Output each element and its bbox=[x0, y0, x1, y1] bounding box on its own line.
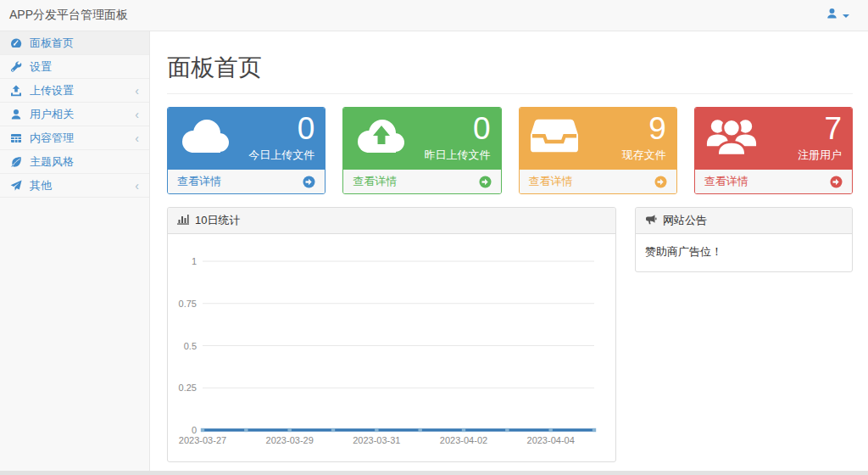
arrow-circle-right-icon bbox=[654, 176, 667, 188]
sidebar-item-content[interactable]: 内容管理 ‹ bbox=[0, 126, 149, 150]
stat-card-body: 9 现存文件 bbox=[520, 108, 676, 169]
app-window: APP分发平台管理面板 面板首页 设置 bbox=[0, 0, 868, 471]
stat-card-registered-users: 7 注册用户 查看详情 bbox=[694, 107, 853, 194]
user-icon bbox=[826, 8, 838, 23]
view-details-link[interactable]: 查看详情 bbox=[520, 169, 676, 193]
cloud-upload-icon bbox=[353, 116, 406, 159]
stat-cards-row: 0 今日上传文件 查看详情 bbox=[167, 107, 853, 194]
sidebar-item-settings[interactable]: 设置 bbox=[0, 55, 149, 79]
stat-value: 0 bbox=[425, 112, 491, 146]
top-navbar: APP分发平台管理面板 bbox=[0, 0, 868, 31]
svg-text:2023-04-02: 2023-04-02 bbox=[440, 435, 487, 445]
stat-label: 注册用户 bbox=[798, 148, 842, 163]
svg-text:2023-03-29: 2023-03-29 bbox=[266, 435, 314, 445]
bar-chart-icon bbox=[177, 214, 189, 227]
users-icon bbox=[705, 115, 758, 160]
view-details-label: 查看详情 bbox=[353, 174, 397, 189]
stat-value: 9 bbox=[622, 112, 666, 146]
chevron-left-icon: ‹ bbox=[135, 134, 139, 142]
chevron-left-icon: ‹ bbox=[135, 182, 139, 190]
paper-plane-icon bbox=[10, 180, 23, 192]
chart-panel-header: 10日统计 bbox=[168, 208, 615, 234]
stat-card-yesterday-uploads: 0 昨日上传文件 查看详情 bbox=[342, 107, 501, 194]
arrow-circle-right-icon bbox=[479, 176, 492, 188]
stat-value: 7 bbox=[798, 112, 842, 146]
sidebar-item-label: 内容管理 bbox=[30, 131, 74, 146]
dashboard-icon bbox=[10, 37, 23, 49]
stat-card-existing-files: 9 现存文件 查看详情 bbox=[519, 107, 677, 194]
main-content: 面板首页 0 今日上传文件 查看详情 bbox=[150, 31, 868, 471]
view-details-link[interactable]: 查看详情 bbox=[695, 169, 852, 193]
sidebar-item-label: 用户相关 bbox=[30, 107, 74, 122]
sidebar-item-dashboard[interactable]: 面板首页 bbox=[0, 31, 149, 55]
svg-text:2023-03-31: 2023-03-31 bbox=[353, 435, 400, 445]
sidebar-item-label: 设置 bbox=[30, 59, 52, 75]
page-title: 面板首页 bbox=[167, 52, 853, 94]
user-icon bbox=[10, 109, 23, 120]
view-details-label: 查看详情 bbox=[177, 174, 221, 189]
stat-label: 今日上传文件 bbox=[248, 148, 314, 163]
view-details-link[interactable]: 查看详情 bbox=[343, 169, 500, 193]
bullhorn-icon bbox=[645, 214, 657, 228]
notice-panel: 网站公告 赞助商广告位！ bbox=[635, 207, 853, 272]
user-dropdown[interactable] bbox=[826, 8, 849, 23]
wrench-icon bbox=[10, 61, 23, 73]
stat-card-body: 0 昨日上传文件 bbox=[343, 108, 500, 169]
stat-value: 0 bbox=[248, 112, 314, 146]
leaf-icon bbox=[10, 156, 23, 168]
stat-label: 昨日上传文件 bbox=[425, 148, 491, 163]
sidebar-item-upload-settings[interactable]: 上传设置 ‹ bbox=[0, 79, 149, 103]
notice-panel-header: 网站公告 bbox=[636, 208, 852, 234]
svg-text:0.75: 0.75 bbox=[179, 299, 197, 309]
cloud-icon bbox=[178, 116, 231, 159]
chevron-left-icon: ‹ bbox=[135, 110, 139, 119]
view-details-link[interactable]: 查看详情 bbox=[168, 169, 325, 193]
sidebar-item-label: 主题风格 bbox=[30, 154, 74, 170]
sidebar-item-theme[interactable]: 主题风格 bbox=[0, 150, 149, 174]
upload-icon bbox=[10, 85, 23, 97]
chevron-left-icon: ‹ bbox=[135, 87, 139, 95]
svg-text:2023-03-27: 2023-03-27 bbox=[179, 435, 226, 445]
line-chart: 00.250.50.7512023-03-272023-03-292023-03… bbox=[168, 234, 615, 461]
caret-down-icon bbox=[843, 14, 849, 18]
stat-card-body: 7 注册用户 bbox=[695, 108, 852, 169]
sidebar-item-other[interactable]: 其他 ‹ bbox=[0, 174, 149, 198]
svg-text:2023-04-04: 2023-04-04 bbox=[527, 435, 575, 445]
stat-card-today-uploads: 0 今日上传文件 查看详情 bbox=[167, 107, 326, 194]
svg-text:0.5: 0.5 bbox=[184, 341, 197, 351]
sidebar: 面板首页 设置 上传设置 ‹ 用户相关 ‹ bbox=[0, 31, 150, 471]
view-details-label: 查看详情 bbox=[529, 174, 573, 189]
svg-text:1: 1 bbox=[192, 256, 197, 266]
app-title: APP分发平台管理面板 bbox=[9, 8, 128, 23]
sidebar-item-label: 面板首页 bbox=[30, 36, 74, 51]
sidebar-item-label: 上传设置 bbox=[30, 83, 74, 98]
arrow-circle-right-icon bbox=[830, 176, 843, 188]
svg-text:0: 0 bbox=[192, 425, 197, 435]
svg-text:0.25: 0.25 bbox=[179, 383, 197, 393]
table-icon bbox=[10, 132, 23, 144]
chart-panel: 10日统计 00.250.50.7512023-03-272023-03-292… bbox=[167, 207, 616, 462]
view-details-label: 查看详情 bbox=[704, 174, 748, 189]
inbox-icon bbox=[530, 117, 579, 158]
notice-panel-title: 网站公告 bbox=[663, 213, 707, 228]
chart-panel-title: 10日统计 bbox=[195, 213, 240, 228]
stat-label: 现存文件 bbox=[622, 148, 666, 163]
notice-text: 赞助商广告位！ bbox=[636, 234, 852, 271]
sidebar-item-users[interactable]: 用户相关 ‹ bbox=[0, 103, 149, 126]
sidebar-item-label: 其他 bbox=[30, 178, 52, 193]
stat-card-body: 0 今日上传文件 bbox=[168, 108, 325, 169]
arrow-circle-right-icon bbox=[303, 176, 315, 188]
